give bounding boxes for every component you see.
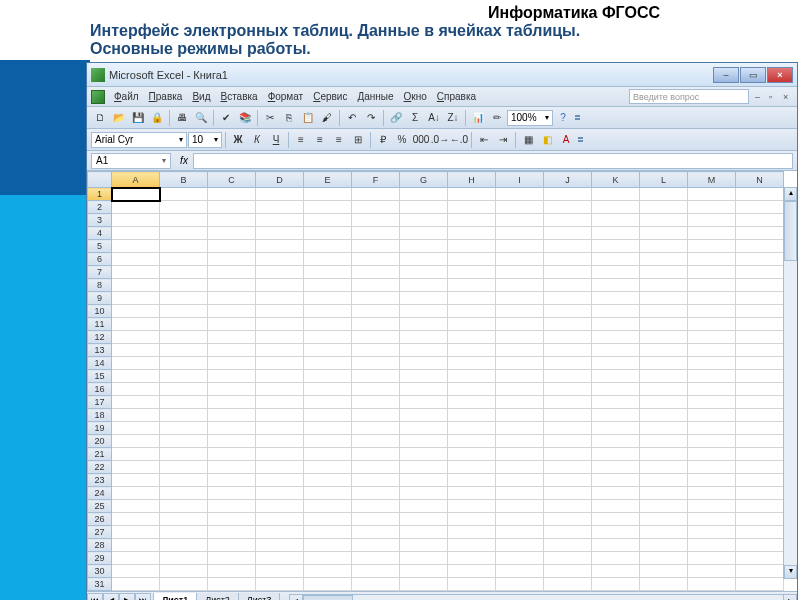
col-header-M[interactable]: M	[688, 172, 736, 188]
cell-I30[interactable]	[496, 565, 544, 578]
cell-H19[interactable]	[448, 422, 496, 435]
cell-K17[interactable]	[592, 396, 640, 409]
cell-K10[interactable]	[592, 305, 640, 318]
cell-M30[interactable]	[688, 565, 736, 578]
cell-I23[interactable]	[496, 474, 544, 487]
cell-L5[interactable]	[640, 240, 688, 253]
excel-doc-icon[interactable]	[91, 90, 105, 104]
cell-N16[interactable]	[736, 383, 784, 396]
cell-L18[interactable]	[640, 409, 688, 422]
cell-C13[interactable]	[208, 344, 256, 357]
cell-I24[interactable]	[496, 487, 544, 500]
cell-F8[interactable]	[352, 279, 400, 292]
cell-G23[interactable]	[400, 474, 448, 487]
cell-D25[interactable]	[256, 500, 304, 513]
cell-I17[interactable]	[496, 396, 544, 409]
cell-I21[interactable]	[496, 448, 544, 461]
menu-окно[interactable]: Окно	[399, 89, 432, 104]
cell-G27[interactable]	[400, 526, 448, 539]
cell-I18[interactable]	[496, 409, 544, 422]
cell-C20[interactable]	[208, 435, 256, 448]
cell-E30[interactable]	[304, 565, 352, 578]
cell-A25[interactable]	[112, 500, 160, 513]
cell-A7[interactable]	[112, 266, 160, 279]
cell-H17[interactable]	[448, 396, 496, 409]
cell-I7[interactable]	[496, 266, 544, 279]
cell-K8[interactable]	[592, 279, 640, 292]
cell-N4[interactable]	[736, 227, 784, 240]
cell-E10[interactable]	[304, 305, 352, 318]
cell-D26[interactable]	[256, 513, 304, 526]
cell-F19[interactable]	[352, 422, 400, 435]
cell-I25[interactable]	[496, 500, 544, 513]
cell-D6[interactable]	[256, 253, 304, 266]
cell-B3[interactable]	[160, 214, 208, 227]
cell-C7[interactable]	[208, 266, 256, 279]
cell-M25[interactable]	[688, 500, 736, 513]
cell-B2[interactable]	[160, 201, 208, 214]
col-header-E[interactable]: E	[304, 172, 352, 188]
cell-H11[interactable]	[448, 318, 496, 331]
cell-C16[interactable]	[208, 383, 256, 396]
scroll-right-button[interactable]: ▸	[783, 594, 797, 601]
spreadsheet-grid[interactable]: ABCDEFGHIJKLMN12345678910111213141516171…	[87, 171, 784, 591]
cell-G24[interactable]	[400, 487, 448, 500]
cell-L25[interactable]	[640, 500, 688, 513]
cell-D20[interactable]	[256, 435, 304, 448]
cell-C8[interactable]	[208, 279, 256, 292]
cell-H12[interactable]	[448, 331, 496, 344]
col-header-J[interactable]: J	[544, 172, 592, 188]
font-combo[interactable]: Arial Cyr▾	[91, 132, 187, 148]
cell-J16[interactable]	[544, 383, 592, 396]
cell-G25[interactable]	[400, 500, 448, 513]
cell-E17[interactable]	[304, 396, 352, 409]
spellcheck-icon[interactable]: ✔	[217, 109, 235, 127]
cell-L4[interactable]	[640, 227, 688, 240]
cell-J10[interactable]	[544, 305, 592, 318]
cell-B29[interactable]	[160, 552, 208, 565]
cell-C12[interactable]	[208, 331, 256, 344]
cell-M18[interactable]	[688, 409, 736, 422]
row-header-19[interactable]: 19	[88, 422, 112, 435]
cell-M27[interactable]	[688, 526, 736, 539]
row-header-9[interactable]: 9	[88, 292, 112, 305]
cell-D31[interactable]	[256, 578, 304, 591]
sort-asc-icon[interactable]: A↓	[425, 109, 443, 127]
align-left-icon[interactable]: ≡	[292, 131, 310, 149]
cell-J23[interactable]	[544, 474, 592, 487]
cell-E27[interactable]	[304, 526, 352, 539]
cell-N29[interactable]	[736, 552, 784, 565]
row-header-23[interactable]: 23	[88, 474, 112, 487]
menu-сервис[interactable]: Сервис	[308, 89, 352, 104]
cell-D7[interactable]	[256, 266, 304, 279]
cell-G21[interactable]	[400, 448, 448, 461]
cell-K14[interactable]	[592, 357, 640, 370]
cell-C15[interactable]	[208, 370, 256, 383]
cell-H24[interactable]	[448, 487, 496, 500]
cell-B25[interactable]	[160, 500, 208, 513]
cell-K16[interactable]	[592, 383, 640, 396]
cell-J24[interactable]	[544, 487, 592, 500]
cell-H23[interactable]	[448, 474, 496, 487]
cell-J2[interactable]	[544, 201, 592, 214]
cell-L13[interactable]	[640, 344, 688, 357]
row-header-13[interactable]: 13	[88, 344, 112, 357]
cell-H18[interactable]	[448, 409, 496, 422]
cell-D14[interactable]	[256, 357, 304, 370]
cell-C11[interactable]	[208, 318, 256, 331]
cell-E2[interactable]	[304, 201, 352, 214]
cell-M20[interactable]	[688, 435, 736, 448]
cell-F15[interactable]	[352, 370, 400, 383]
tab-nav-prev-icon[interactable]: ◀	[103, 593, 119, 601]
menu-вид[interactable]: Вид	[187, 89, 215, 104]
row-header-25[interactable]: 25	[88, 500, 112, 513]
borders-icon[interactable]: ▦	[519, 131, 537, 149]
align-right-icon[interactable]: ≡	[330, 131, 348, 149]
cell-B4[interactable]	[160, 227, 208, 240]
cell-N14[interactable]	[736, 357, 784, 370]
cell-G16[interactable]	[400, 383, 448, 396]
cell-F27[interactable]	[352, 526, 400, 539]
cell-G7[interactable]	[400, 266, 448, 279]
cell-M29[interactable]	[688, 552, 736, 565]
cell-K30[interactable]	[592, 565, 640, 578]
